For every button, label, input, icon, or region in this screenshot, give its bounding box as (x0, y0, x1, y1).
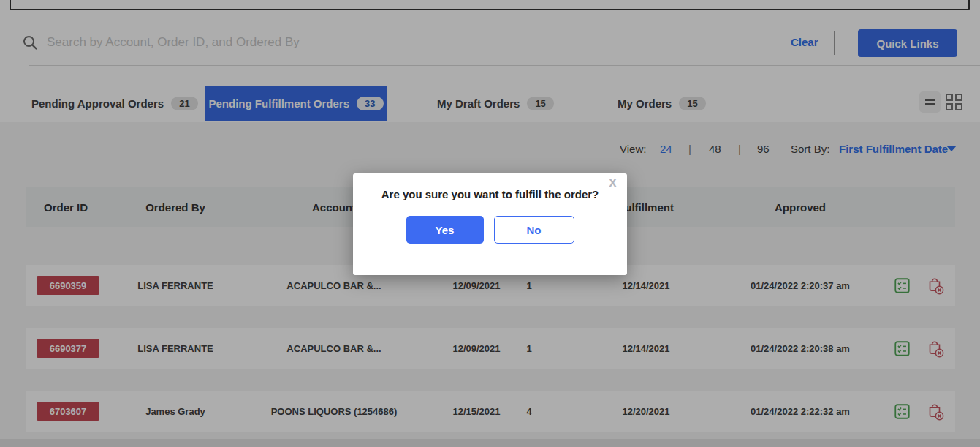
fulfill-confirmation-dialog: X Are you sure you want to fulfill the o… (353, 173, 627, 275)
close-icon[interactable]: X (609, 176, 617, 191)
dialog-actions: Yes No (353, 216, 627, 244)
order-management-screen: Search by Account, Order ID, and Ordered… (0, 0, 980, 447)
no-button[interactable]: No (494, 216, 574, 244)
dialog-title: Are you sure you want to fulfill the ord… (353, 188, 627, 200)
yes-button[interactable]: Yes (406, 216, 484, 244)
